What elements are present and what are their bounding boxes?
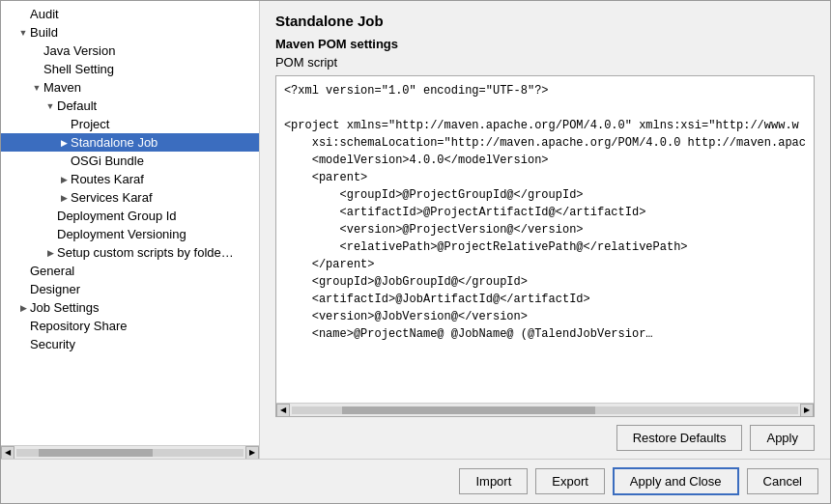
apply-button[interactable]: Apply <box>750 425 815 451</box>
tree-label-maven: Maven <box>43 80 255 95</box>
tree-item-default[interactable]: ▼Default <box>1 97 259 115</box>
code-scroll-right[interactable]: ▶ <box>800 404 814 417</box>
tree-label-deployment-group-id: Deployment Group Id <box>57 209 255 223</box>
tree-label-repository-share: Repository Share <box>30 319 255 333</box>
tree-arrow-deployment-versioning <box>43 228 57 241</box>
code-scroll-left[interactable]: ◀ <box>276 404 290 417</box>
export-button[interactable]: Export <box>535 468 605 494</box>
restore-defaults-button[interactable]: Restore Defaults <box>616 425 743 451</box>
cancel-button[interactable]: Cancel <box>747 468 818 494</box>
sub-label: POM script <box>275 55 815 70</box>
tree-item-deployment-versioning[interactable]: Deployment Versioning <box>1 225 259 243</box>
tree-item-shell-setting[interactable]: Shell Setting <box>1 60 259 78</box>
code-scroll-thumb <box>342 406 595 414</box>
horizontal-scrollbar[interactable]: ◀ ▶ <box>1 445 259 459</box>
code-container: <?xml version="1.0" encoding="UTF-8"?> <… <box>275 75 815 417</box>
tree-arrow-project <box>57 118 71 131</box>
tree-arrow-deployment-group-id <box>43 210 57 223</box>
tree-arrow-standalone-job: ▶ <box>57 136 71 150</box>
apply-close-button[interactable]: Apply and Close <box>613 467 739 495</box>
tree-label-shell-setting: Shell Setting <box>43 62 255 76</box>
tree-arrow-routes-karaf: ▶ <box>57 173 71 186</box>
tree-arrow-setup-custom-scripts: ▶ <box>43 246 57 260</box>
tree-item-maven[interactable]: ▼Maven <box>1 78 259 97</box>
tree-item-routes-karaf[interactable]: ▶Routes Karaf <box>1 170 259 188</box>
tree-arrow-repository-share <box>16 320 30 333</box>
tree-arrow-services-karaf: ▶ <box>57 191 71 205</box>
tree-arrow-default: ▼ <box>43 99 57 113</box>
tree-item-build[interactable]: ▼Build <box>1 23 259 42</box>
tree-item-audit[interactable]: Audit <box>1 5 259 23</box>
tree-item-project[interactable]: Project <box>1 115 259 133</box>
panel-title: Standalone Job <box>275 13 815 29</box>
tree-arrow-job-settings: ▶ <box>16 301 30 315</box>
tree-item-java-version[interactable]: Java Version <box>1 42 259 60</box>
scroll-thumb <box>39 449 152 457</box>
tree-item-designer[interactable]: Designer <box>1 280 259 298</box>
tree-arrow-audit <box>16 8 30 21</box>
tree-label-osgi-bundle: OSGi Bundle <box>71 154 255 168</box>
tree-item-services-karaf[interactable]: ▶Services Karaf <box>1 188 259 207</box>
restore-apply-row: Restore Defaults Apply <box>275 425 815 451</box>
tree-item-osgi-bundle[interactable]: OSGi Bundle <box>1 152 259 170</box>
tree-label-deployment-versioning: Deployment Versioning <box>57 227 255 241</box>
tree-label-build: Build <box>30 25 255 40</box>
tree-item-general[interactable]: General <box>1 262 259 280</box>
tree: Audit▼BuildJava VersionShell Setting▼Mav… <box>1 1 259 445</box>
tree-arrow-security <box>16 338 30 351</box>
tree-arrow-designer <box>16 283 30 296</box>
tree-arrow-osgi-bundle <box>57 154 71 168</box>
tree-label-java-version: Java Version <box>43 43 255 58</box>
tree-arrow-java-version <box>30 44 43 58</box>
scroll-track[interactable] <box>16 449 244 457</box>
tree-label-project: Project <box>71 117 255 131</box>
dialog: Audit▼BuildJava VersionShell Setting▼Mav… <box>0 0 831 504</box>
tree-label-setup-custom-scripts: Setup custom scripts by folde… <box>57 245 255 260</box>
import-button[interactable]: Import <box>459 468 528 494</box>
scroll-right-arrow[interactable]: ▶ <box>245 446 259 460</box>
tree-arrow-general <box>16 265 30 278</box>
right-panel: Standalone Job Maven POM settings POM sc… <box>260 1 830 459</box>
section-label: Maven POM settings <box>275 37 815 51</box>
tree-item-setup-custom-scripts[interactable]: ▶Setup custom scripts by folde… <box>1 243 259 262</box>
tree-item-deployment-group-id[interactable]: Deployment Group Id <box>1 207 259 225</box>
code-horizontal-scrollbar[interactable]: ◀ ▶ <box>276 403 814 416</box>
left-panel: Audit▼BuildJava VersionShell Setting▼Mav… <box>1 1 260 459</box>
tree-label-audit: Audit <box>30 7 255 21</box>
tree-arrow-build: ▼ <box>16 26 30 40</box>
tree-item-standalone-job[interactable]: ▶Standalone Job <box>1 133 259 152</box>
tree-item-job-settings[interactable]: ▶Job Settings <box>1 298 259 317</box>
tree-item-repository-share[interactable]: Repository Share <box>1 317 259 335</box>
code-scroll-track[interactable] <box>292 406 798 414</box>
code-area[interactable]: <?xml version="1.0" encoding="UTF-8"?> <… <box>276 76 814 403</box>
tree-label-routes-karaf: Routes Karaf <box>71 172 255 186</box>
tree-label-job-settings: Job Settings <box>30 300 255 315</box>
scroll-left-arrow[interactable]: ◀ <box>1 446 14 460</box>
tree-label-default: Default <box>57 98 255 113</box>
bottom-bar: Import Export Apply and Close Cancel <box>1 459 830 503</box>
tree-label-designer: Designer <box>30 282 255 296</box>
tree-item-security[interactable]: Security <box>1 335 259 353</box>
tree-label-services-karaf: Services Karaf <box>71 190 255 205</box>
tree-arrow-maven: ▼ <box>30 81 43 95</box>
tree-label-standalone-job: Standalone Job <box>71 135 255 150</box>
tree-label-general: General <box>30 264 255 278</box>
tree-label-security: Security <box>30 337 255 351</box>
dialog-body: Audit▼BuildJava VersionShell Setting▼Mav… <box>1 1 830 459</box>
tree-arrow-shell-setting <box>30 63 43 76</box>
